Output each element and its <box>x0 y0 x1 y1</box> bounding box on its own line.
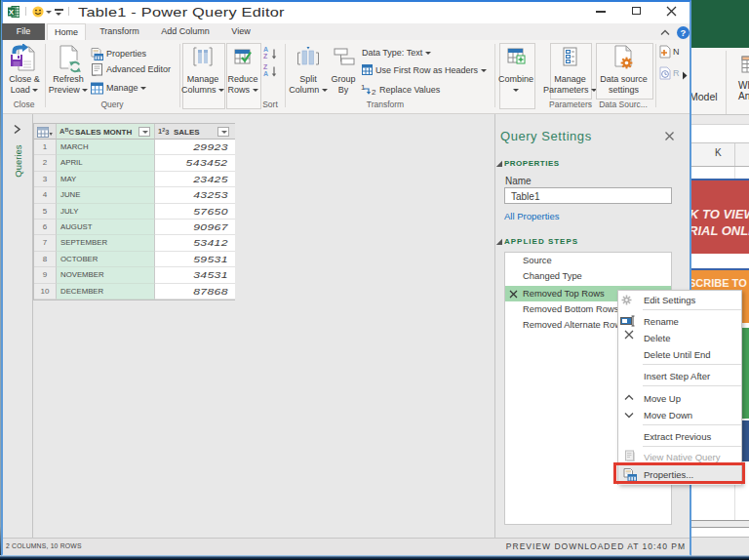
svg-text:X: X <box>9 8 15 17</box>
